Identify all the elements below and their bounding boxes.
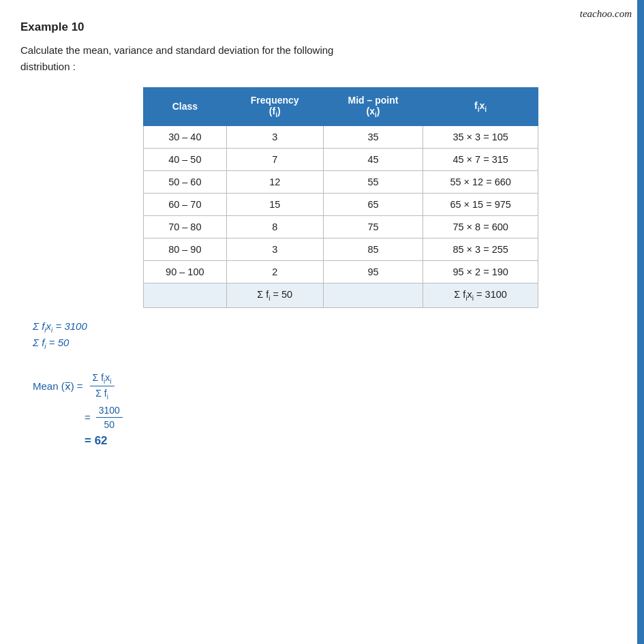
mid-2: 45 (323, 148, 423, 170)
mean-label: Mean (x̅) = (33, 380, 83, 393)
header-frequency: Frequency(fi) (226, 88, 323, 126)
mean-fraction-2: 3100 50 (96, 405, 123, 430)
left-summary (20, 87, 143, 90)
table-row: 80 – 90 3 85 85 × 3 = 255 (144, 238, 538, 260)
fixi-6: 85 × 3 = 255 (423, 238, 538, 260)
freq-3: 12 (226, 170, 323, 193)
mean-den-2: 50 (102, 418, 118, 430)
summary-freq: Σ fi = 50 (226, 283, 323, 307)
sigma-fixi: Σ fixi = 3100 (33, 320, 617, 334)
mid-4: 65 (323, 193, 423, 215)
table-row: 60 – 70 15 65 65 × 15 = 975 (144, 193, 538, 215)
mid-1: 35 (323, 125, 423, 148)
problem-line2: distribution : (20, 61, 76, 72)
mean-fraction-den: Σ fi (93, 386, 111, 401)
mid-5: 75 (323, 215, 423, 238)
sigma-fi: Σ fi = 50 (33, 337, 617, 350)
mean-section: Mean (x̅) = Σ fixi Σ fi = 3100 50 = 62 (33, 372, 617, 448)
fixi-3: 55 × 12 = 660 (423, 170, 538, 193)
mean-result: = 62 (85, 434, 108, 448)
class-5: 70 – 80 (144, 215, 227, 238)
watermark: teachoo.com (580, 8, 632, 20)
summary-fixi: Σ fixi = 3100 (423, 283, 538, 307)
equals-sign-1: = (85, 412, 91, 423)
table-row: 70 – 80 8 75 75 × 8 = 600 (144, 215, 538, 238)
freq-7: 2 (226, 260, 323, 283)
class-7: 90 – 100 (144, 260, 227, 283)
fixi-2: 45 × 7 = 315 (423, 148, 538, 170)
blue-sidebar (637, 0, 644, 644)
mean-fraction: Σ fixi Σ fi (90, 372, 114, 401)
freq-5: 8 (226, 215, 323, 238)
header-class: Class (144, 88, 227, 126)
table-row: 30 – 40 3 35 35 × 3 = 105 (144, 125, 538, 148)
table-row: 90 – 100 2 95 95 × 2 = 190 (144, 260, 538, 283)
table-row: 40 – 50 7 45 45 × 7 = 315 (144, 148, 538, 170)
class-3: 50 – 60 (144, 170, 227, 193)
mean-line-1: Mean (x̅) = Σ fixi Σ fi (33, 372, 617, 401)
table-row: 50 – 60 12 55 55 × 12 = 660 (144, 170, 538, 193)
class-4: 60 – 70 (144, 193, 227, 215)
freq-2: 7 (226, 148, 323, 170)
class-1: 30 – 40 (144, 125, 227, 148)
problem-line1: Calculate the mean, variance and standar… (20, 44, 333, 56)
example-title: Example 10 (20, 20, 617, 34)
fixi-1: 35 × 3 = 105 (423, 125, 538, 148)
header-fixi: fixi (423, 88, 538, 126)
mid-6: 85 (323, 238, 423, 260)
summary-class (144, 283, 227, 307)
mid-7: 95 (323, 260, 423, 283)
table-wrapper: Class Frequency(fi) Mid – point(xi) fixi… (143, 87, 538, 308)
header-midpoint: Mid – point(xi) (323, 88, 423, 126)
summary-mid (323, 283, 423, 307)
class-6: 80 – 90 (144, 238, 227, 260)
mean-num-2: 3100 (96, 405, 123, 418)
summary-row: Σ fi = 50 Σ fixi = 3100 (144, 283, 538, 307)
data-table: Class Frequency(fi) Mid – point(xi) fixi… (143, 87, 538, 308)
class-2: 40 – 50 (144, 148, 227, 170)
mean-fraction-num: Σ fixi (90, 372, 114, 387)
fixi-4: 65 × 15 = 975 (423, 193, 538, 215)
fixi-7: 95 × 2 = 190 (423, 260, 538, 283)
problem-text: Calculate the mean, variance and standar… (20, 42, 613, 75)
freq-6: 3 (226, 238, 323, 260)
mean-line-2: = 3100 50 (82, 405, 617, 430)
fixi-5: 75 × 8 = 600 (423, 215, 538, 238)
freq-4: 15 (226, 193, 323, 215)
summary-left: Σ fixi = 3100 Σ fi = 50 (33, 320, 617, 350)
mid-3: 55 (323, 170, 423, 193)
freq-1: 3 (226, 125, 323, 148)
mean-line-3: = 62 (82, 434, 617, 448)
